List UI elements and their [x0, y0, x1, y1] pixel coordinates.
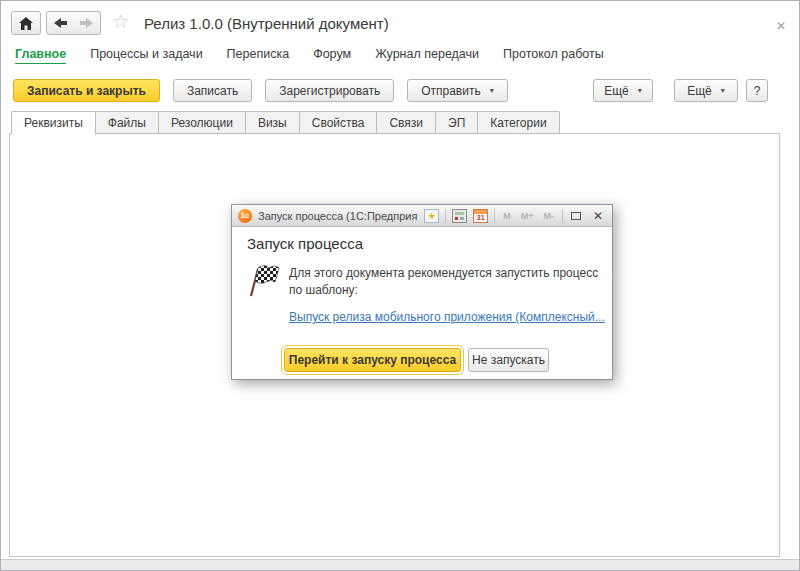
checkered-flag-icon: [243, 262, 281, 300]
process-start-dialog: 1с Запуск процесса (1С:Предприятие) ★ 31…: [231, 204, 613, 380]
dialog-close-button[interactable]: ✕: [590, 209, 606, 223]
tab-svoystva[interactable]: Свойства: [300, 111, 378, 134]
calculator-icon[interactable]: [452, 209, 467, 223]
menu-item-zhurnal[interactable]: Журнал передачи: [375, 47, 479, 64]
tab-rezolyucii[interactable]: Резолюции: [159, 111, 246, 134]
dialog-message: Для этого документа рекомендуется запуст…: [289, 265, 599, 299]
home-button[interactable]: [11, 11, 41, 35]
process-template-link[interactable]: Выпуск релиза мобильного приложения (Ком…: [289, 310, 605, 324]
tab-strip: Реквизиты Файлы Резолюции Визы Свойства …: [11, 111, 560, 135]
menu-item-forum[interactable]: Форум: [313, 47, 351, 64]
menu-item-perepiska[interactable]: Переписка: [227, 47, 290, 64]
chevron-down-icon: ▾: [638, 86, 642, 95]
tab-faily[interactable]: Файлы: [96, 111, 159, 134]
back-button[interactable]: [46, 11, 74, 35]
more-button-window[interactable]: Ещё▾: [674, 79, 738, 102]
dialog-title: Запуск процесса (1С:Предприятие): [258, 210, 418, 222]
calendar-icon[interactable]: 31: [473, 209, 488, 223]
memory-m-plus-button[interactable]: M+: [519, 211, 536, 221]
command-bar: Записать и закрыть Записать Зарегистриро…: [1, 79, 799, 103]
save-button[interactable]: Записать: [173, 79, 252, 102]
chevron-down-icon: ▾: [490, 86, 494, 95]
start-process-button[interactable]: Перейти к запуску процесса: [284, 348, 461, 372]
send-button[interactable]: Отправить▾: [407, 79, 508, 102]
divider: [562, 209, 563, 223]
window-close-icon[interactable]: ✕: [776, 19, 786, 33]
forward-icon: [79, 17, 95, 29]
favorites-icon[interactable]: ★: [424, 209, 439, 223]
menu-item-processy[interactable]: Процессы и задачи: [90, 47, 202, 64]
dialog-titlebar: 1с Запуск процесса (1С:Предприятие) ★ 31…: [232, 205, 612, 227]
tab-vizy[interactable]: Визы: [246, 111, 300, 134]
maximize-icon: [571, 212, 581, 220]
register-button[interactable]: Зарегистрировать: [265, 79, 394, 102]
tab-rekvizity[interactable]: Реквизиты: [11, 111, 96, 135]
divider: [494, 209, 495, 223]
maximize-button[interactable]: [569, 209, 584, 223]
save-and-close-button[interactable]: Записать и закрыть: [13, 79, 160, 102]
help-button[interactable]: ?: [746, 79, 768, 102]
1c-logo-icon: 1с: [238, 209, 252, 223]
tab-svyazi[interactable]: Связи: [377, 111, 436, 134]
divider: [445, 209, 446, 223]
app-window: ☆ Релиз 1.0.0 (Внутренний документ) ✕ Гл…: [0, 0, 800, 571]
menu-item-protokol[interactable]: Протокол работы: [503, 47, 604, 64]
back-icon: [52, 17, 68, 29]
favorite-star-icon[interactable]: ☆: [112, 12, 129, 31]
memory-m-button[interactable]: M: [501, 211, 513, 221]
tab-ep[interactable]: ЭП: [436, 111, 478, 134]
tab-kategorii[interactable]: Категории: [478, 111, 559, 134]
skip-process-button[interactable]: Не запускать: [468, 348, 549, 372]
chevron-down-icon: ▾: [721, 86, 725, 95]
memory-m-minus-button[interactable]: M-: [541, 211, 556, 221]
dialog-heading: Запуск процесса: [247, 235, 363, 252]
status-strip: [1, 559, 799, 570]
more-button-form[interactable]: Ещё▾: [593, 79, 653, 102]
nav-menu: Главное Процессы и задачи Переписка Фору…: [15, 47, 604, 64]
forward-button[interactable]: [73, 11, 101, 35]
menu-item-glavnoe[interactable]: Главное: [15, 47, 66, 64]
page-title: Релиз 1.0.0 (Внутренний документ): [144, 15, 389, 32]
home-icon: [19, 17, 33, 30]
